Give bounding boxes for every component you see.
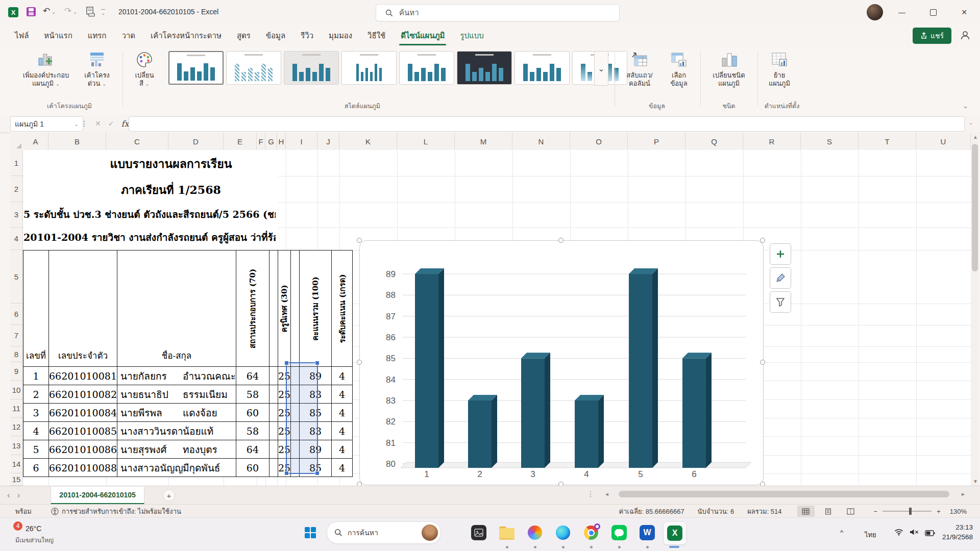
cell-grade[interactable]: 4 [332, 422, 353, 440]
chart-resize-handle[interactable] [357, 238, 362, 243]
column-header-D[interactable]: D [168, 133, 224, 150]
ribbon-tab-3[interactable]: วาด [114, 24, 143, 47]
volume-muted-icon[interactable] [910, 529, 919, 538]
change-colors-button[interactable]: เปลี่ยนสี ⌄ [127, 51, 162, 88]
cell-no[interactable]: 6 [23, 459, 49, 477]
accessibility-status[interactable]: การช่วยสำหรับการเข้าถึง: ไม่พร้อมใช้งาน [62, 506, 181, 517]
vertical-scroll-thumb[interactable] [972, 144, 978, 271]
insert-function-icon[interactable]: fx [121, 119, 129, 129]
chart-resize-handle[interactable] [760, 238, 765, 243]
cell-grade[interactable]: 4 [332, 440, 353, 459]
chart-resize-handle[interactable] [558, 238, 564, 243]
comments-person-icon[interactable] [960, 30, 971, 43]
row-header-11[interactable]: 11 [10, 399, 23, 418]
close-button[interactable]: ✕ [952, 0, 976, 24]
cell-grade[interactable]: 4 [332, 404, 353, 422]
column-header-L[interactable]: L [397, 133, 455, 150]
sheet-tab-active[interactable]: 20101-2004-662010105 [51, 487, 144, 505]
page-break-view-button[interactable] [842, 506, 860, 517]
cell-name[interactable]: นางสาววินรดาน้อยแท้ [117, 422, 236, 440]
column-header-Q[interactable]: Q [685, 133, 743, 150]
ribbon-tab-6[interactable]: ข้อมูล [258, 24, 293, 47]
column-header-F[interactable]: F [257, 133, 265, 150]
change-chart-type-button[interactable]: เปลี่ยนชนิดแผนภูมิ [704, 51, 753, 88]
sheet-nav-left-icon[interactable]: ‹ [7, 490, 10, 500]
cell-no[interactable]: 4 [23, 422, 49, 440]
maximize-button[interactable] [921, 0, 945, 24]
ribbon-tab-10[interactable]: ดีไซน์แผนภูมิ [393, 24, 452, 47]
wifi-icon[interactable] [894, 529, 903, 538]
taskbar-clock[interactable]: 23:13 21/9/2568 [942, 522, 973, 542]
average-stat[interactable]: ค่าเฉลี่ย: 85.66666667 [619, 506, 684, 517]
column-header-A[interactable]: A [23, 133, 48, 150]
taskbar-excel-active[interactable]: X [663, 521, 687, 545]
name-box[interactable]: แผนภูมิ 1⌄ [10, 116, 83, 132]
gallery-more-button[interactable]: ⌄ [594, 51, 608, 86]
row-header-14[interactable]: 14 [10, 455, 23, 473]
share-button[interactable]: แชร์ [913, 28, 951, 44]
redo-icon[interactable]: ↷ ⌄ [64, 6, 77, 16]
cell-student-id[interactable]: 66201010086 [49, 440, 117, 459]
start-button[interactable] [299, 521, 322, 544]
ribbon-tab-1[interactable]: หน้าแรก [36, 24, 80, 47]
ribbon-tab-11[interactable]: รูปแบบ [452, 24, 491, 47]
chart-style-thumbnail-7[interactable] [514, 51, 570, 85]
row-header-13[interactable]: 13 [10, 436, 23, 455]
cell-no[interactable]: 2 [23, 385, 49, 404]
chart-resize-handle[interactable] [357, 360, 362, 365]
chart-styles-button[interactable] [770, 267, 791, 289]
search-input[interactable]: ค้นหา [376, 4, 620, 21]
chart-area[interactable]: 89888786858483828180123456 [359, 240, 764, 485]
cell-grade[interactable]: 4 [332, 385, 353, 404]
column-header-H[interactable]: H [277, 133, 286, 150]
weather-temperature[interactable]: 26°C [26, 524, 41, 533]
cell-student-id[interactable]: 66201010085 [49, 422, 117, 440]
save-icon[interactable] [27, 7, 36, 16]
cell-grade[interactable]: 4 [332, 459, 353, 477]
cell-name[interactable]: นายสุรพงศ์ทองบุตร [117, 440, 236, 459]
cell-student-id[interactable]: 66201010088 [49, 459, 117, 477]
quick-layout-button[interactable]: เค้าโครงด่วน ⌄ [78, 51, 116, 88]
undo-icon[interactable]: ↶ ⌄ [43, 6, 56, 16]
cell-no[interactable]: 3 [23, 404, 49, 422]
column-header-S[interactable]: S [801, 133, 859, 150]
column-header-M[interactable]: M [455, 133, 512, 150]
add-chart-element-button[interactable]: เพิ่มองค์ประกอบแผนภูมิ ⌄ [13, 51, 79, 88]
sum-stat[interactable]: ผลรวม: 514 [747, 506, 781, 517]
row-header-2[interactable]: 2 [10, 176, 23, 202]
more-options-icon[interactable]: ⋮ [81, 119, 88, 128]
chart-resize-handle[interactable] [760, 360, 765, 365]
collapse-ribbon-icon[interactable]: ⌄ [963, 102, 968, 110]
row-header-1[interactable]: 1 [10, 150, 23, 176]
ribbon-tab-9[interactable]: วิธีใช้ [360, 24, 393, 47]
customize-quick-access-icon[interactable]: ⌄ [101, 9, 105, 16]
ribbon-tab-7[interactable]: รีวิว [293, 24, 321, 47]
formula-input[interactable] [129, 116, 965, 132]
row-header-10[interactable]: 10 [10, 381, 23, 399]
zoom-out-icon[interactable]: − [874, 508, 878, 515]
selection-handle[interactable] [284, 361, 289, 365]
battery-icon[interactable] [925, 529, 935, 538]
move-chart-button[interactable]: ย้ายแผนภูมิ [762, 51, 797, 88]
zoom-in-icon[interactable]: + [937, 508, 941, 515]
row-header-5[interactable]: 5 [10, 250, 23, 304]
ribbon-tab-2[interactable]: แทรก [80, 24, 114, 47]
column-header-E[interactable]: E [224, 133, 257, 150]
chart-style-thumbnail-3[interactable] [284, 51, 339, 85]
expand-formula-bar-icon[interactable]: ⌄ [969, 120, 973, 126]
column-header-B[interactable]: B [48, 133, 106, 150]
column-header-K[interactable]: K [339, 133, 397, 150]
taskbar-copilot[interactable] [524, 521, 546, 544]
cancel-icon[interactable]: ✕ [95, 119, 101, 128]
row-header-6[interactable]: 6 [10, 304, 23, 325]
taskbar-file-explorer[interactable] [496, 521, 518, 544]
select-data-button[interactable]: เลือกข้อมูล [664, 51, 694, 88]
column-header-O[interactable]: O [570, 133, 628, 150]
scroll-up-icon[interactable]: ▲ [973, 134, 978, 140]
column-header-U[interactable]: U [916, 133, 971, 150]
tab-strip-splitter-icon[interactable]: ⋮ [587, 490, 594, 498]
taskbar-line[interactable] [608, 521, 630, 544]
chart-style-thumbnail-6[interactable] [457, 51, 512, 85]
row-header-9[interactable]: 9 [10, 362, 23, 381]
cell-name[interactable]: นายกัลยกรอำนวณคณะ [117, 367, 236, 385]
